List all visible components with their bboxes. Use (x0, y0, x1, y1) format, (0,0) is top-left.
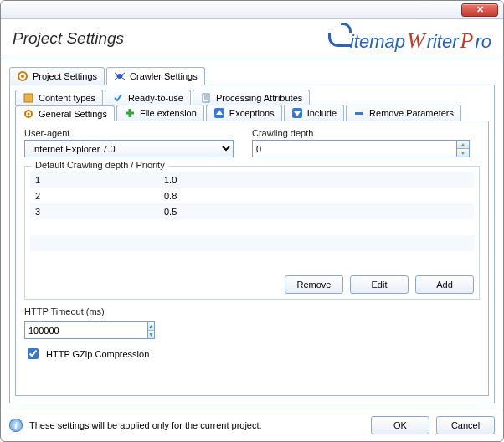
user-agent-label: User-agent (24, 128, 234, 138)
titlebar: ✕ (1, 1, 503, 19)
dialog-header: Project Settings itemap W riter P ro (1, 19, 503, 59)
sub-tabs-row-2: General Settings File extension Exceptio… (15, 105, 489, 121)
main-tabs: Project Settings Crawler Settings (9, 66, 495, 85)
tab-content-types[interactable]: Content types (15, 90, 103, 105)
svg-rect-9 (355, 112, 363, 115)
dialog-title: Project Settings (13, 29, 124, 48)
tab-project-settings[interactable]: Project Settings (9, 67, 105, 85)
crawling-depth-input[interactable] (252, 140, 456, 157)
tab-label: Project Settings (33, 71, 97, 81)
info-icon: i (9, 419, 23, 432)
spin-down-icon[interactable]: ▼ (457, 149, 469, 157)
tab-general-settings[interactable]: General Settings (15, 105, 115, 121)
add-button[interactable]: Add (415, 275, 474, 294)
tab-label: Include (307, 108, 337, 118)
tab-label: Processing Attributes (216, 93, 302, 103)
tab-include[interactable]: Include (284, 105, 344, 121)
default-depth-priority-group: Default Crawling depth / Priority 11.0 2… (24, 166, 480, 300)
tab-label: Ready-to-use (128, 93, 183, 103)
gear-icon (17, 70, 28, 82)
down-icon (291, 107, 303, 119)
spin-buttons[interactable]: ▲▼ (456, 140, 470, 157)
table-row[interactable]: 20.8 (30, 188, 474, 203)
crawling-depth-spinner[interactable]: ▲▼ (252, 140, 470, 157)
tab-file-extension[interactable]: File extension (116, 105, 204, 121)
spin-up-icon[interactable]: ▲ (457, 141, 469, 149)
doc-icon (200, 92, 212, 104)
tab-processing-attributes[interactable]: Processing Attributes (193, 90, 310, 105)
gzip-checkbox[interactable] (28, 348, 39, 359)
table-row (30, 219, 474, 235)
svg-point-1 (21, 75, 24, 78)
http-timeout-input[interactable] (24, 321, 147, 339)
tab-ready-to-use[interactable]: Ready-to-use (105, 90, 191, 105)
gzip-label: HTTP GZip Compression (46, 349, 149, 359)
dialog-body: Project Settings Crawler Settings Conten… (1, 59, 503, 409)
depth-priority-grid[interactable]: 11.0 20.8 30.5 (30, 172, 474, 270)
spin-up-icon[interactable]: ▲ (148, 322, 154, 331)
tab-label: General Settings (39, 109, 107, 119)
tab-label: Exceptions (229, 108, 275, 118)
project-settings-dialog: ✕ Project Settings itemap W riter P ro P… (0, 0, 504, 442)
spin-buttons[interactable]: ▲▼ (147, 321, 155, 339)
dialog-footer: i These settings will be applied only fo… (1, 409, 503, 441)
crawler-settings-panel: Content types Ready-to-use Processing At… (9, 85, 495, 403)
up-icon (213, 107, 225, 119)
table-row[interactable]: 30.5 (30, 203, 474, 219)
cancel-button[interactable]: Cancel (436, 416, 495, 434)
app-logo: itemap W riter P ro (328, 23, 491, 54)
tab-label: Content types (39, 93, 95, 103)
spider-icon (114, 70, 126, 82)
tab-crawler-settings[interactable]: Crawler Settings (106, 67, 205, 85)
minus-icon (353, 107, 365, 119)
svg-point-6 (28, 113, 30, 116)
close-icon: ✕ (476, 4, 484, 15)
http-timeout-label: HTTP Timeout (ms) (24, 306, 480, 316)
remove-button[interactable]: Remove (285, 275, 343, 294)
plus-icon (124, 107, 136, 119)
table-row (30, 235, 474, 251)
gear-icon (23, 108, 34, 120)
close-button[interactable]: ✕ (461, 3, 498, 17)
tab-label: File extension (140, 108, 197, 118)
tab-label: Remove Parameters (369, 108, 454, 118)
content-icon (23, 92, 34, 104)
tab-label: Crawler Settings (130, 71, 198, 81)
crawling-depth-label: Crawling depth (252, 128, 480, 138)
ok-button[interactable]: OK (371, 416, 429, 434)
general-settings-panel: User-agent Internet Explorer 7.0 Crawlin… (15, 121, 489, 396)
tab-exceptions[interactable]: Exceptions (206, 105, 282, 121)
tab-remove-parameters[interactable]: Remove Parameters (346, 105, 461, 121)
sub-tabs-row-1: Content types Ready-to-use Processing At… (15, 90, 489, 105)
table-row[interactable]: 11.0 (30, 172, 474, 188)
group-legend: Default Crawling depth / Priority (32, 160, 168, 170)
check-icon (112, 92, 124, 104)
svg-rect-3 (24, 94, 33, 102)
footer-info-text: These settings will be applied only for … (29, 420, 262, 430)
spin-down-icon[interactable]: ▼ (148, 331, 154, 338)
user-agent-select[interactable]: Internet Explorer 7.0 (24, 140, 234, 157)
logo-s-icon (328, 23, 353, 48)
table-row (30, 251, 474, 267)
edit-button[interactable]: Edit (350, 275, 409, 294)
http-timeout-spinner[interactable]: ▲▼ (24, 321, 137, 339)
